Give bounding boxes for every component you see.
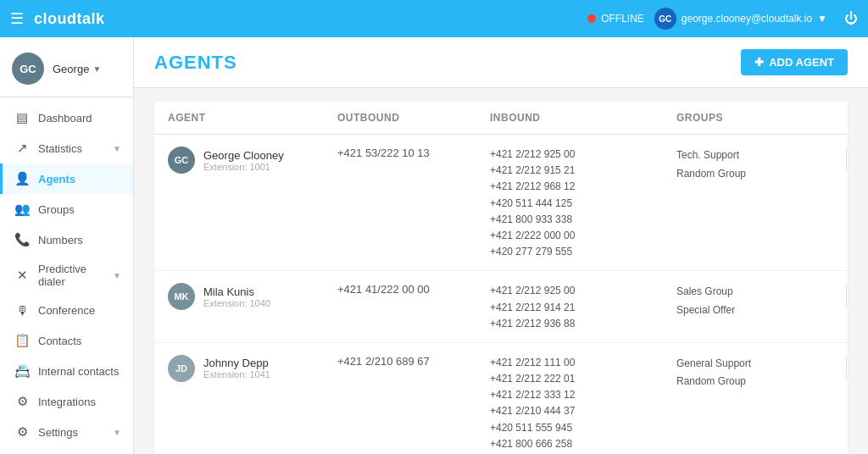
group-name: Random Group [676,373,846,391]
sidebar-item-numbers[interactable]: 📞 Numbers [0,224,133,255]
agent-info: Johnny Depp Extension: 1041 [203,357,270,379]
sidebar-profile: GC George ▼ [0,44,133,97]
table-row: JD Johnny Depp Extension: 1041 +421 2/21… [154,343,848,454]
agent-extension: Extension: 1040 [203,298,270,308]
statistics-icon: ↗ [14,141,30,156]
sidebar-item-integrations[interactable]: ⚙ Integrations [0,386,133,417]
actions-cell: ✎ 🗑 [846,281,848,308]
content-header: AGENTS ✚ ADD AGENT [134,37,868,88]
power-icon[interactable]: ⏻ [844,11,858,26]
groups-cell: Tech. SupportRandom Group [676,145,846,183]
inbound-number: +421 2/212 968 12 [490,179,676,195]
sidebar-item-faq[interactable]: ? FAQ [0,447,133,454]
inbound-number: +421 2/212 925 00 [490,283,676,299]
user-menu[interactable]: GC george.clooney@cloudtalk.io ▼ [654,8,827,30]
col-actions [846,112,848,124]
settings-icon: ⚙ [14,424,30,440]
sidebar-item-label: Statistics [38,142,104,155]
actions-cell: ✎ 🗑 [846,353,848,380]
app-logo: cloudtalk [34,10,105,28]
sidebar-item-settings[interactable]: ⚙ Settings ▼ [0,417,133,447]
sidebar-item-label: Internal contacts [38,365,121,378]
chevron-down-icon: ▼ [113,144,121,153]
edit-agent-button[interactable]: ✎ [846,283,848,308]
inbound-cell: +421 2/212 925 00+421 2/212 914 21+421 2… [490,281,676,332]
profile-chevron-icon: ▼ [92,64,101,74]
profile-avatar: GC [12,53,44,85]
outbound-cell: +421 53/222 10 13 [337,145,490,159]
groups-icon: 👥 [14,202,30,217]
sidebar-item-label: Contacts [38,335,121,347]
inbound-number: +420 277 279 555 [490,244,676,260]
sidebar-item-label: Integrations [38,396,121,408]
hamburger-icon[interactable]: ☰ [10,9,24,28]
inbound-number: +421 800 666 258 [490,436,676,452]
chevron-down-icon: ▼ [113,428,121,437]
sidebar-item-label: Dashboard [38,112,121,125]
table-body: GC George Clooney Extension: 1001 +421 5… [154,135,848,454]
agents-table: AGENT OUTBOUND INBOUND GROUPS GC George … [154,102,848,454]
sidebar-item-predictive-dialer[interactable]: ✕ Predictive dialer ▼ [0,255,133,296]
conference-icon: 🎙 [14,303,30,318]
col-outbound: OUTBOUND [337,112,490,124]
edit-agent-button[interactable]: ✎ [846,147,848,172]
groups-cell: General SupportRandom Group [676,353,846,391]
inbound-number: +421 2/212 333 12 [490,387,676,403]
group-name: Random Group [676,165,846,184]
add-agent-button[interactable]: ✚ ADD AGENT [741,49,848,75]
user-email: george.clooney@cloudtalk.io [682,13,812,25]
sidebar-item-label: Conference [38,304,121,317]
group-name: Tech. Support [676,147,846,165]
sidebar-item-label: Settings [38,426,104,439]
group-name: Special Offer [676,302,846,320]
table-row: GC George Clooney Extension: 1001 +421 5… [154,135,848,271]
group-name: General Support [676,355,846,374]
agents-icon: 👤 [14,171,30,186]
sidebar-item-label: Numbers [38,234,121,246]
table-row: MK Mila Kunis Extension: 1040 +421 41/22… [154,271,848,343]
agent-info: Mila Kunis Extension: 1040 [203,285,270,308]
sidebar-item-label: Groups [38,203,121,216]
agent-avatar: GC [168,147,195,174]
edit-agent-button[interactable]: ✎ [846,355,848,380]
col-agent: AGENT [168,112,337,124]
sidebar-item-dashboard[interactable]: ▤ Dashboard [0,102,133,133]
agent-name: George Clooney [203,149,284,162]
inbound-number: +421 2/212 914 21 [490,300,676,316]
inbound-number: +420 511 444 125 [490,196,676,212]
topbar: ☰ cloudtalk OFFLINE GC george.clooney@cl… [0,0,868,37]
page-title: AGENTS [154,52,237,74]
sidebar-item-agents[interactable]: 👤 Agents [0,163,133,194]
profile-name[interactable]: George ▼ [53,63,101,75]
internal-contacts-icon: 📇 [14,363,30,379]
integrations-icon: ⚙ [14,394,30,409]
sidebar-item-label: Predictive dialer [38,263,104,288]
sidebar-item-statistics[interactable]: ↗ Statistics ▼ [0,133,133,163]
inbound-number: +421 2/222 000 00 [490,228,676,244]
outbound-cell: +421 41/222 00 00 [337,281,490,296]
inbound-cell: +421 2/212 925 00+421 2/212 915 21+421 2… [490,145,676,260]
sidebar: GC George ▼ ▤ Dashboard ↗ Statistics ▼ 👤… [0,37,134,454]
actions-cell: ✎ 🗑 [846,145,848,172]
numbers-icon: 📞 [14,232,30,247]
group-name: Sales Group [676,283,846,302]
user-chevron-icon: ▼ [817,13,827,25]
content-body: AGENT OUTBOUND INBOUND GROUPS GC George … [134,88,868,454]
agent-name: Mila Kunis [203,285,270,298]
contacts-icon: 📋 [14,333,30,348]
sidebar-item-contacts[interactable]: 📋 Contacts [0,325,133,356]
inbound-number: +420 511 555 945 [490,420,676,436]
main-layout: GC George ▼ ▤ Dashboard ↗ Statistics ▼ 👤… [0,37,868,454]
col-inbound: INBOUND [490,112,676,124]
sidebar-item-internal-contacts[interactable]: 📇 Internal contacts [0,356,133,386]
agent-extension: Extension: 1041 [203,369,270,379]
sidebar-item-groups[interactable]: 👥 Groups [0,194,133,224]
sidebar-item-conference[interactable]: 🎙 Conference [0,296,133,325]
agent-avatar: JD [168,355,195,382]
predictive-dialer-icon: ✕ [14,268,30,283]
table-header: AGENT OUTBOUND INBOUND GROUPS [154,102,848,135]
inbound-number: +421 800 933 338 [490,212,676,228]
outbound-cell: +421 2/210 689 67 [337,353,490,368]
status-indicator[interactable]: OFFLINE [587,13,644,25]
status-dot [587,14,596,23]
